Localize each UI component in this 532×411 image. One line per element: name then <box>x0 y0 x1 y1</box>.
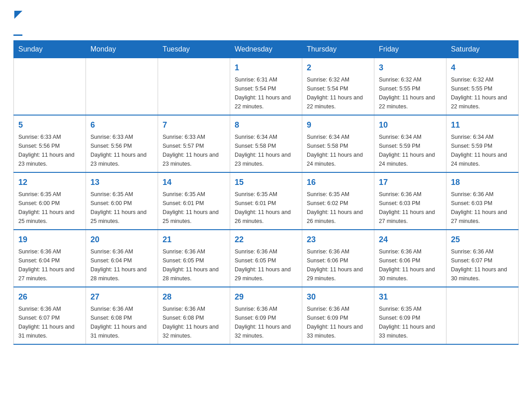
day-number: 2 <box>307 62 369 74</box>
calendar-cell: 27Sunrise: 6:36 AM Sunset: 6:08 PM Dayli… <box>86 287 158 344</box>
day-info: Sunrise: 6:36 AM Sunset: 6:04 PM Dayligh… <box>18 247 81 283</box>
day-info: Sunrise: 6:36 AM Sunset: 6:06 PM Dayligh… <box>379 247 442 283</box>
day-info: Sunrise: 6:36 AM Sunset: 6:08 PM Dayligh… <box>90 304 153 340</box>
header-cell-sunday: Sunday <box>14 41 86 58</box>
logo-underline <box>13 34 22 36</box>
calendar-cell: 9Sunrise: 6:34 AM Sunset: 5:58 PM Daylig… <box>302 115 374 172</box>
calendar-cell: 16Sunrise: 6:35 AM Sunset: 6:02 PM Dayli… <box>302 172 374 230</box>
calendar-cell <box>446 287 519 344</box>
day-info: Sunrise: 6:36 AM Sunset: 6:04 PM Dayligh… <box>90 247 153 283</box>
day-number: 28 <box>163 291 225 303</box>
day-number: 29 <box>235 291 297 303</box>
day-number: 1 <box>235 62 297 74</box>
day-info: Sunrise: 6:36 AM Sunset: 6:03 PM Dayligh… <box>451 190 514 226</box>
calendar-cell: 21Sunrise: 6:36 AM Sunset: 6:05 PM Dayli… <box>158 230 230 287</box>
calendar-cell: 30Sunrise: 6:36 AM Sunset: 6:09 PM Dayli… <box>302 287 374 344</box>
day-number: 21 <box>163 234 225 246</box>
logo <box>13 9 22 36</box>
calendar-header: SundayMondayTuesdayWednesdayThursdayFrid… <box>14 41 519 58</box>
day-info: Sunrise: 6:34 AM Sunset: 5:59 PM Dayligh… <box>379 133 442 168</box>
calendar-cell: 15Sunrise: 6:35 AM Sunset: 6:01 PM Dayli… <box>230 172 302 230</box>
day-info: Sunrise: 6:32 AM Sunset: 5:54 PM Dayligh… <box>307 75 369 111</box>
header-cell-friday: Friday <box>374 41 446 58</box>
calendar-table: SundayMondayTuesdayWednesdayThursdayFrid… <box>13 40 519 345</box>
calendar-cell: 23Sunrise: 6:36 AM Sunset: 6:06 PM Dayli… <box>302 230 374 287</box>
calendar-cell: 1Sunrise: 6:31 AM Sunset: 5:54 PM Daylig… <box>230 58 302 116</box>
svg-marker-0 <box>14 11 22 19</box>
calendar-cell: 17Sunrise: 6:36 AM Sunset: 6:03 PM Dayli… <box>374 172 446 230</box>
day-info: Sunrise: 6:35 AM Sunset: 6:09 PM Dayligh… <box>379 304 442 340</box>
header-cell-monday: Monday <box>86 41 158 58</box>
day-number: 25 <box>451 234 514 246</box>
calendar-week-1: 1Sunrise: 6:31 AM Sunset: 5:54 PM Daylig… <box>14 58 519 116</box>
calendar-cell: 26Sunrise: 6:36 AM Sunset: 6:07 PM Dayli… <box>14 287 86 344</box>
day-info: Sunrise: 6:36 AM Sunset: 6:09 PM Dayligh… <box>307 304 369 340</box>
calendar-cell: 18Sunrise: 6:36 AM Sunset: 6:03 PM Dayli… <box>446 172 519 230</box>
header-cell-wednesday: Wednesday <box>230 41 302 58</box>
calendar-cell: 29Sunrise: 6:36 AM Sunset: 6:09 PM Dayli… <box>230 287 302 344</box>
day-info: Sunrise: 6:32 AM Sunset: 5:55 PM Dayligh… <box>379 75 442 111</box>
calendar-cell <box>158 58 230 116</box>
calendar-week-2: 5Sunrise: 6:33 AM Sunset: 5:56 PM Daylig… <box>14 115 519 172</box>
day-info: Sunrise: 6:36 AM Sunset: 6:03 PM Dayligh… <box>379 190 442 226</box>
day-info: Sunrise: 6:36 AM Sunset: 6:07 PM Dayligh… <box>18 304 81 340</box>
day-number: 19 <box>18 234 81 246</box>
day-info: Sunrise: 6:36 AM Sunset: 6:06 PM Dayligh… <box>307 247 369 283</box>
calendar-cell: 6Sunrise: 6:33 AM Sunset: 5:56 PM Daylig… <box>86 115 158 172</box>
calendar-cell: 7Sunrise: 6:33 AM Sunset: 5:57 PM Daylig… <box>158 115 230 172</box>
logo-arrow-icon <box>14 11 22 21</box>
day-number: 26 <box>18 291 81 303</box>
page-header <box>13 9 519 36</box>
calendar-cell: 3Sunrise: 6:32 AM Sunset: 5:55 PM Daylig… <box>374 58 446 116</box>
day-number: 12 <box>18 176 81 188</box>
calendar-cell: 31Sunrise: 6:35 AM Sunset: 6:09 PM Dayli… <box>374 287 446 344</box>
day-number: 8 <box>235 119 297 131</box>
calendar-cell: 14Sunrise: 6:35 AM Sunset: 6:01 PM Dayli… <box>158 172 230 230</box>
day-info: Sunrise: 6:36 AM Sunset: 6:05 PM Dayligh… <box>163 247 225 283</box>
day-info: Sunrise: 6:32 AM Sunset: 5:55 PM Dayligh… <box>451 75 514 111</box>
day-info: Sunrise: 6:35 AM Sunset: 6:00 PM Dayligh… <box>18 190 81 226</box>
calendar-cell: 10Sunrise: 6:34 AM Sunset: 5:59 PM Dayli… <box>374 115 446 172</box>
day-number: 30 <box>307 291 369 303</box>
day-info: Sunrise: 6:34 AM Sunset: 5:58 PM Dayligh… <box>235 133 297 168</box>
day-number: 10 <box>379 119 442 131</box>
day-info: Sunrise: 6:35 AM Sunset: 6:00 PM Dayligh… <box>90 190 153 226</box>
day-info: Sunrise: 6:33 AM Sunset: 5:56 PM Dayligh… <box>18 133 81 168</box>
day-info: Sunrise: 6:36 AM Sunset: 6:05 PM Dayligh… <box>235 247 297 283</box>
calendar-cell <box>86 58 158 116</box>
day-number: 7 <box>163 119 225 131</box>
calendar-cell: 4Sunrise: 6:32 AM Sunset: 5:55 PM Daylig… <box>446 58 519 116</box>
day-info: Sunrise: 6:31 AM Sunset: 5:54 PM Dayligh… <box>235 75 297 111</box>
calendar-week-3: 12Sunrise: 6:35 AM Sunset: 6:00 PM Dayli… <box>14 172 519 230</box>
day-number: 16 <box>307 176 369 188</box>
header-cell-thursday: Thursday <box>302 41 374 58</box>
calendar-week-5: 26Sunrise: 6:36 AM Sunset: 6:07 PM Dayli… <box>14 287 519 344</box>
calendar-body: 1Sunrise: 6:31 AM Sunset: 5:54 PM Daylig… <box>14 58 519 345</box>
calendar-cell: 24Sunrise: 6:36 AM Sunset: 6:06 PM Dayli… <box>374 230 446 287</box>
calendar-cell: 12Sunrise: 6:35 AM Sunset: 6:00 PM Dayli… <box>14 172 86 230</box>
day-number: 6 <box>90 119 153 131</box>
day-number: 13 <box>90 176 153 188</box>
calendar-cell: 13Sunrise: 6:35 AM Sunset: 6:00 PM Dayli… <box>86 172 158 230</box>
day-number: 5 <box>18 119 81 131</box>
day-info: Sunrise: 6:35 AM Sunset: 6:01 PM Dayligh… <box>235 190 297 226</box>
day-number: 14 <box>163 176 225 188</box>
calendar-cell: 20Sunrise: 6:36 AM Sunset: 6:04 PM Dayli… <box>86 230 158 287</box>
day-number: 15 <box>235 176 297 188</box>
day-number: 3 <box>379 62 442 74</box>
header-cell-saturday: Saturday <box>446 41 519 58</box>
calendar-cell: 5Sunrise: 6:33 AM Sunset: 5:56 PM Daylig… <box>14 115 86 172</box>
day-info: Sunrise: 6:36 AM Sunset: 6:07 PM Dayligh… <box>451 247 514 283</box>
calendar-cell: 19Sunrise: 6:36 AM Sunset: 6:04 PM Dayli… <box>14 230 86 287</box>
header-cell-tuesday: Tuesday <box>158 41 230 58</box>
day-number: 18 <box>451 176 514 188</box>
calendar-cell: 28Sunrise: 6:36 AM Sunset: 6:08 PM Dayli… <box>158 287 230 344</box>
day-number: 27 <box>90 291 153 303</box>
calendar-cell: 25Sunrise: 6:36 AM Sunset: 6:07 PM Dayli… <box>446 230 519 287</box>
day-number: 22 <box>235 234 297 246</box>
day-info: Sunrise: 6:36 AM Sunset: 6:09 PM Dayligh… <box>235 304 297 340</box>
day-number: 20 <box>90 234 153 246</box>
day-number: 9 <box>307 119 369 131</box>
day-number: 23 <box>307 234 369 246</box>
day-info: Sunrise: 6:35 AM Sunset: 6:02 PM Dayligh… <box>307 190 369 226</box>
